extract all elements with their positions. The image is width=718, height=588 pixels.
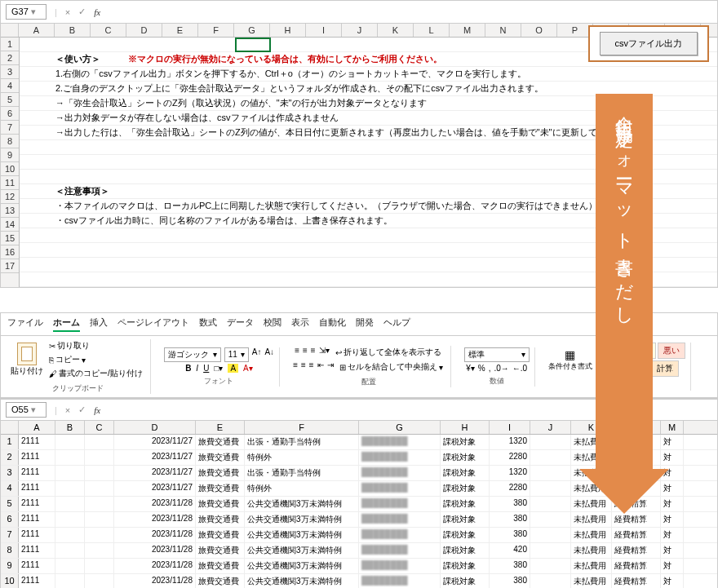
cell[interactable]: ████████: [359, 497, 441, 511]
font-name-select[interactable]: 游ゴシック▾: [164, 347, 221, 362]
cell[interactable]: [55, 543, 85, 558]
cell[interactable]: 経費精算: [612, 559, 661, 573]
cell[interactable]: [530, 528, 571, 542]
row-header-2-4[interactable]: 4: [1, 481, 19, 496]
comma-icon[interactable]: ,: [489, 364, 491, 373]
cell[interactable]: [85, 497, 114, 511]
cell[interactable]: 公共交通機関3万未満特例: [245, 497, 359, 511]
row-header-16[interactable]: 16: [1, 245, 19, 259]
column-header-D[interactable]: D: [126, 24, 162, 37]
column-header-M[interactable]: M: [450, 24, 485, 37]
ribbon-tab-開発[interactable]: 開発: [356, 316, 374, 332]
cell[interactable]: 対: [661, 512, 684, 527]
cell[interactable]: 未払費用: [571, 543, 612, 558]
row-header-2-9[interactable]: 9: [1, 559, 19, 573]
column-header-K[interactable]: K: [378, 24, 414, 37]
ribbon-tab-自動化[interactable]: 自動化: [319, 316, 346, 332]
underline-button[interactable]: U: [203, 364, 209, 373]
table-row[interactable]: 721112023/11/28旅費交通費公共交通機関3万未満特例████████…: [1, 528, 717, 543]
column-header-C[interactable]: C: [91, 24, 126, 37]
indent-decrease-icon[interactable]: ⇤: [317, 360, 324, 374]
paste-icon[interactable]: [17, 343, 37, 365]
name-box-2[interactable]: O55 ▾: [6, 402, 47, 418]
row-header-2-5[interactable]: 5: [1, 497, 19, 511]
cell[interactable]: 2111: [19, 497, 55, 511]
cell[interactable]: 課税対象: [441, 497, 490, 511]
cell[interactable]: 公共交通機関3万未満特例: [245, 574, 359, 588]
row-header-2-2[interactable]: 2: [1, 450, 19, 465]
cell[interactable]: [530, 435, 571, 449]
align-right-icon[interactable]: ≡: [309, 360, 314, 374]
ribbon-tab-ホーム[interactable]: ホーム: [53, 316, 80, 332]
increase-font-icon[interactable]: A↑: [252, 347, 262, 362]
cell[interactable]: 出張・通勤手当特例: [245, 466, 359, 480]
row-header-2[interactable]: 2: [1, 51, 19, 65]
cell[interactable]: 特例外: [245, 481, 359, 496]
cell[interactable]: 旅費交通費: [196, 481, 245, 496]
ribbon-tab-ヘルプ[interactable]: ヘルプ: [383, 316, 410, 332]
cell[interactable]: 経費精算: [612, 574, 661, 588]
font-color-button[interactable]: A▾: [243, 364, 253, 373]
cell[interactable]: [530, 559, 571, 573]
row-header-2-1[interactable]: 1: [1, 435, 19, 449]
cell[interactable]: 旅費交通費: [196, 574, 245, 588]
row-header-6[interactable]: 6: [1, 107, 19, 121]
row-header-7[interactable]: 7: [1, 121, 19, 135]
cell[interactable]: ████████: [359, 466, 441, 480]
cell[interactable]: 1320: [490, 435, 530, 449]
column-header-H[interactable]: H: [270, 24, 306, 37]
cell[interactable]: 課税対象: [441, 466, 490, 480]
cell[interactable]: 特例外: [245, 450, 359, 465]
cell[interactable]: [85, 528, 114, 542]
cell[interactable]: 経費精算: [612, 543, 661, 558]
cell[interactable]: 2023/11/28: [114, 559, 196, 573]
row-header-11[interactable]: 11: [1, 176, 19, 190]
cell[interactable]: 1320: [490, 466, 530, 480]
cell[interactable]: 旅費交通費: [196, 466, 245, 480]
cell[interactable]: ████████: [359, 450, 441, 465]
table-row[interactable]: 821112023/11/28旅費交通費公共交通機関3万未満特例████████…: [1, 543, 717, 559]
ribbon-tab-ファイル[interactable]: ファイル: [7, 316, 43, 332]
column-header-2-E[interactable]: E: [196, 421, 245, 434]
cell[interactable]: 公共交通機関3万未満特例: [245, 528, 359, 542]
column-header-2-C[interactable]: C: [85, 421, 114, 434]
column-header-B[interactable]: B: [55, 24, 91, 37]
cell[interactable]: [55, 559, 85, 573]
cell[interactable]: 課税対象: [441, 543, 490, 558]
cell[interactable]: 380: [490, 559, 530, 573]
bold-button[interactable]: B: [185, 364, 191, 373]
cell[interactable]: 2111: [19, 466, 55, 480]
cell[interactable]: 2023/11/27: [114, 466, 196, 480]
copy-button[interactable]: ⎘ コピー ▾: [47, 353, 145, 366]
row-header-5[interactable]: 5: [1, 93, 19, 107]
cell[interactable]: 旅費交通費: [196, 497, 245, 511]
cell[interactable]: 2111: [19, 512, 55, 527]
column-header-2-J[interactable]: J: [530, 421, 571, 434]
cell[interactable]: 経費精算: [612, 512, 661, 527]
column-header-2-H[interactable]: H: [441, 421, 490, 434]
cell[interactable]: 公共交通機関3万未満特例: [245, 543, 359, 558]
row-header-2-3[interactable]: 3: [1, 466, 19, 480]
column-header-I[interactable]: I: [306, 24, 342, 37]
cell[interactable]: 課税対象: [441, 481, 490, 496]
cell[interactable]: 2111: [19, 574, 55, 588]
row-header-9[interactable]: 9: [1, 148, 19, 162]
align-middle-icon[interactable]: ≡: [303, 346, 308, 359]
name-box[interactable]: G37 ▾: [6, 4, 47, 20]
cell[interactable]: 2023/11/27: [114, 435, 196, 449]
cell[interactable]: 380: [490, 574, 530, 588]
cell[interactable]: 旅費交通費: [196, 543, 245, 558]
cell[interactable]: 経費精算: [612, 528, 661, 542]
column-header-J[interactable]: J: [342, 24, 378, 37]
cell[interactable]: [85, 574, 114, 588]
cell[interactable]: 対: [661, 574, 684, 588]
cell[interactable]: 2280: [490, 450, 530, 465]
row-header-4[interactable]: 4: [1, 79, 19, 93]
cell[interactable]: [530, 450, 571, 465]
cell[interactable]: 420: [490, 543, 530, 558]
cell[interactable]: 旅費交通費: [196, 512, 245, 527]
cell[interactable]: [55, 481, 85, 496]
row-header-12[interactable]: 12: [1, 190, 19, 204]
cell[interactable]: [55, 497, 85, 511]
cell[interactable]: 課税対象: [441, 574, 490, 588]
